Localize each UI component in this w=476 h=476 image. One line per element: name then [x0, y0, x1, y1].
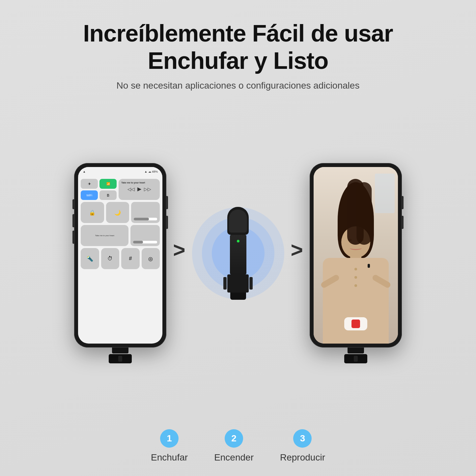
- volume-button2: [402, 216, 404, 229]
- phone1-port: [112, 348, 128, 353]
- music-controls: ◁◁ ▶ ▷▷: [121, 186, 157, 192]
- step2-wrapper: [192, 227, 284, 299]
- brightness-track: [134, 218, 157, 220]
- power-button: [166, 196, 168, 209]
- step3-circle: 3: [293, 429, 312, 448]
- screen-mirror-tile[interactable]: Take me to your heart: [81, 225, 128, 246]
- person-silhouette: [314, 167, 398, 344]
- step3-label-col: 3 Reproducir: [280, 429, 325, 463]
- airplane-tile[interactable]: ✈: [81, 179, 98, 189]
- content-row: ▲ ▲ ☁ 48% ✈ 📶 WiFi B: [26, 111, 450, 416]
- volume-fill: [133, 241, 143, 243]
- bluetooth-tile[interactable]: B: [99, 190, 117, 200]
- mic-foam: [229, 210, 247, 233]
- volume-track: [133, 241, 157, 243]
- cc-row4: 🔦 ⏱ # ◎: [81, 248, 160, 269]
- btn2: [354, 276, 357, 279]
- dongle1-plug: [118, 356, 122, 362]
- main-title: Increíblemente Fácil de usar Enchufar y …: [83, 20, 393, 74]
- title-line2: Enchufar y Listo: [148, 47, 328, 74]
- timer-tile[interactable]: ⏱: [101, 248, 120, 269]
- step1-label-col: 1 Enchufar: [151, 429, 188, 463]
- volume-slider[interactable]: [130, 225, 160, 246]
- prev-icon[interactable]: ◁◁: [127, 186, 135, 192]
- mic-shaft: [230, 235, 246, 274]
- dongle2-plug: [354, 356, 358, 362]
- phone2-container: [310, 163, 402, 363]
- vol-up-button: [72, 214, 74, 227]
- subtitle: No se necesitan aplicaciones o configura…: [83, 80, 393, 91]
- step1-wrapper: ▲ ▲ ☁ 48% ✈ 📶 WiFi B: [74, 163, 166, 363]
- record-button[interactable]: [351, 320, 360, 328]
- moon-tile[interactable]: 🌙: [106, 202, 129, 223]
- volume-button: [166, 216, 168, 229]
- btn1: [354, 268, 357, 270]
- mic-wrapper: [192, 207, 284, 299]
- camera-tile[interactable]: ◎: [142, 248, 160, 269]
- mic-clip: [227, 274, 249, 293]
- phone2-screen: [314, 167, 398, 344]
- mic-plug: [230, 293, 246, 300]
- status-bar: ▲ ▲ ☁ 48%: [78, 167, 162, 176]
- step3-wrapper: [310, 163, 402, 363]
- step2-label-col: 2 Encender: [214, 429, 254, 463]
- mic-led: [237, 240, 239, 242]
- next-icon[interactable]: ▷▷: [144, 186, 151, 192]
- step1-label: Enchufar: [151, 452, 188, 463]
- phone2-port: [348, 348, 364, 353]
- title-line1: Increíblemente Fácil de usar: [83, 20, 393, 46]
- cc-row1: ✈ 📶 WiFi B Take me to your heart ◁◁: [81, 179, 160, 200]
- control-center: ✈ 📶 WiFi B Take me to your heart ◁◁: [78, 176, 162, 272]
- cc-row2: 🔒 🌙: [81, 202, 160, 223]
- status-right: ▲ ☁ 48%: [144, 170, 158, 173]
- arrow2: >: [291, 238, 303, 262]
- mic-head: [227, 207, 249, 235]
- dongle2: [344, 354, 367, 363]
- calculator-tile[interactable]: #: [121, 248, 140, 269]
- step1-circle: 1: [160, 429, 179, 448]
- cellular-tile[interactable]: 📶: [99, 179, 117, 189]
- hair-front-right: [356, 182, 372, 245]
- step2-circle: 2: [225, 429, 243, 448]
- mute-button: [72, 199, 74, 209]
- brightness-fill: [134, 218, 149, 220]
- music-tile[interactable]: Take me to your heart ◁◁ ▶ ▷▷: [119, 179, 160, 200]
- flashlight-tile[interactable]: 🔦: [81, 248, 99, 269]
- phone1-bottom: [109, 348, 132, 363]
- phone1-container: ▲ ▲ ☁ 48% ✈ 📶 WiFi B: [74, 163, 166, 363]
- wifi-tile[interactable]: WiFi: [81, 190, 98, 200]
- clip-arm: [223, 277, 227, 290]
- vol-down-button: [72, 231, 74, 244]
- phone1: ▲ ▲ ☁ 48% ✈ 📶 WiFi B: [74, 163, 166, 348]
- status-left: ▲: [83, 170, 86, 173]
- screen-mirror-label: Take me to your heart: [95, 234, 115, 238]
- smile: [350, 246, 362, 250]
- lock-tile[interactable]: 🔒: [81, 202, 104, 223]
- phone1-screen: ▲ ▲ ☁ 48% ✈ 📶 WiFi B: [78, 167, 162, 344]
- phone2: [310, 163, 402, 348]
- bottom-section: 1 Enchufar 2 Encender 3 Reproducir: [26, 429, 450, 463]
- play-icon[interactable]: ▶: [137, 186, 141, 192]
- page-wrapper: Increíblemente Fácil de usar Enchufar y …: [0, 0, 476, 476]
- mic-body: [227, 207, 249, 300]
- clip-arm-right: [249, 277, 253, 290]
- header-section: Increíblemente Fácil de usar Enchufar y …: [83, 20, 393, 91]
- step3-label: Reproducir: [280, 452, 325, 463]
- dongle1: [109, 354, 132, 363]
- music-title: Take me to your heart: [121, 182, 157, 184]
- window: [375, 174, 395, 213]
- lav-mic: [368, 264, 370, 268]
- record-overlay: [344, 317, 367, 330]
- cc-four-grid: ✈ 📶 WiFi B: [81, 179, 117, 200]
- arrow1: >: [173, 238, 185, 262]
- power-button2: [402, 196, 404, 209]
- btn3: [354, 284, 357, 287]
- phone2-bottom: [344, 348, 367, 363]
- cc-row3: Take me to your heart: [81, 225, 160, 246]
- step2-label: Encender: [214, 452, 254, 463]
- brightness-slider[interactable]: [131, 202, 160, 223]
- mic-waves: [192, 207, 284, 299]
- sweater: [323, 258, 389, 344]
